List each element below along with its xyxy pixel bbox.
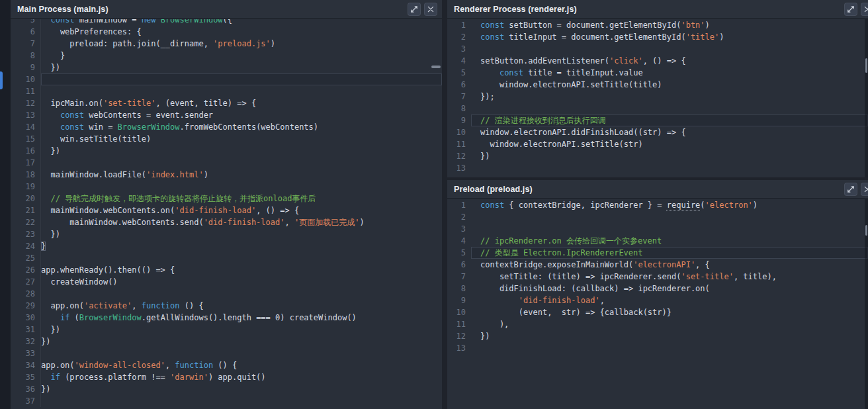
code-line[interactable]: 15 win.setTitle(title) xyxy=(11,133,442,145)
close-button[interactable] xyxy=(861,3,868,16)
code-line[interactable]: 35 if (process.platform !== 'darwin') ap… xyxy=(11,371,442,383)
code-line[interactable]: 27 createWindow() xyxy=(11,276,442,288)
code-line[interactable]: 7 setTitle: (title) => ipcRenderer.send(… xyxy=(447,271,868,283)
line-number: 12 xyxy=(447,330,471,342)
code-line[interactable]: 12 ipcMain.on('set-title', (event, title… xyxy=(11,97,442,109)
code-line-text xyxy=(471,43,868,55)
code-line[interactable]: 30 if (BrowserWindow.getAllWindows().len… xyxy=(11,312,442,324)
code-line-text: app.on('activate', function () { xyxy=(41,300,442,312)
code-line-text xyxy=(41,395,442,407)
code-line[interactable]: 24} xyxy=(11,240,442,252)
code-line[interactable]: 11 ), xyxy=(447,318,868,330)
code-line[interactable]: 4setButton.addEventListener('click', () … xyxy=(447,55,868,67)
code-line[interactable]: 7 preload: path.join(__dirname, 'preload… xyxy=(11,38,442,50)
code-line[interactable]: 19 xyxy=(11,181,442,193)
code-line[interactable]: 1const { contextBridge, ipcRenderer } = … xyxy=(447,199,868,211)
code-line-text xyxy=(471,162,868,174)
code-line-text: const mainWindow = new BrowserWindow({ xyxy=(41,19,442,26)
scrollbar-thumb[interactable] xyxy=(865,58,867,73)
window-controls xyxy=(844,183,868,196)
code-line[interactable]: 5// 类型是 Electron.IpcRendererEvent xyxy=(447,247,868,259)
code-line[interactable]: 33 xyxy=(11,347,442,359)
line-number: 17 xyxy=(11,157,41,169)
line-number: 28 xyxy=(11,288,41,300)
code-editor-renderer[interactable]: 1const setButton = document.getElementBy… xyxy=(447,19,868,177)
line-number: 34 xyxy=(11,359,41,371)
code-line[interactable]: 12}) xyxy=(447,150,868,162)
scrollbar-track[interactable] xyxy=(865,19,868,177)
expand-button[interactable] xyxy=(844,183,857,196)
code-editor-main[interactable]: 5 const mainWindow = new BrowserWindow({… xyxy=(11,19,442,409)
code-line[interactable]: 14 const win = BrowserWindow.fromWebCont… xyxy=(11,121,442,133)
code-line[interactable]: 4// ipcRenderer.on 会传给回调一个实参event xyxy=(447,235,868,247)
expand-button[interactable] xyxy=(408,3,421,16)
code-line[interactable]: 6 window.electronAPI.setTitle(title) xyxy=(447,79,868,91)
code-line[interactable]: 10 xyxy=(11,73,442,85)
code-line[interactable]: 6 webPreferences: { xyxy=(11,26,442,38)
code-line[interactable]: 17 xyxy=(11,157,442,169)
code-line[interactable]: 13 xyxy=(447,342,868,354)
code-line[interactable]: 1const setButton = document.getElementBy… xyxy=(447,19,868,31)
code-line[interactable]: 20 // 导航完成时触发，即选项卡的旋转器将停止旋转，并指派onload事件后 xyxy=(11,193,442,204)
code-line[interactable]: 9 'did-finish-load', xyxy=(447,295,868,306)
line-number: 2 xyxy=(447,31,471,43)
scrollbar-thumb[interactable] xyxy=(431,66,441,68)
code-line-text xyxy=(41,181,442,193)
code-line[interactable]: 21 mainWindow.webContents.on('did-finish… xyxy=(11,204,442,216)
code-line[interactable]: 10 (event, str) => {callback(str)} xyxy=(447,306,868,318)
code-line[interactable]: 5 const title = titleInput.value xyxy=(447,67,868,79)
code-line[interactable]: 6contextBridge.exposeInMainWorld('electr… xyxy=(447,259,868,271)
code-editor-preload[interactable]: 1const { contextBridge, ipcRenderer } = … xyxy=(447,199,868,409)
code-line[interactable]: 8 xyxy=(447,103,868,114)
code-line[interactable]: 8 } xyxy=(11,50,442,62)
scrollbar-thumb[interactable] xyxy=(865,225,867,236)
code-line[interactable]: 12}) xyxy=(447,330,868,342)
code-line[interactable]: 13 xyxy=(447,162,868,174)
code-line-text: mainWindow.loadFile('index.html') xyxy=(41,169,442,181)
close-button[interactable] xyxy=(424,3,437,16)
line-number: 9 xyxy=(11,62,41,73)
code-line[interactable]: 9 }) xyxy=(11,62,442,73)
code-line[interactable]: 18 mainWindow.loadFile('index.html') xyxy=(11,169,442,181)
code-line[interactable]: 37 xyxy=(11,395,442,407)
code-line-text: // 类型是 Electron.IpcRendererEvent xyxy=(471,247,868,259)
code-line-text: }) xyxy=(471,150,868,162)
code-line[interactable]: 23 }) xyxy=(11,228,442,240)
code-line[interactable]: 34app.on('window-all-closed', function (… xyxy=(11,359,442,371)
close-button[interactable] xyxy=(861,183,868,196)
code-line[interactable]: 26app.whenReady().then(() => { xyxy=(11,264,442,276)
code-line[interactable]: 3 xyxy=(447,43,868,55)
code-line[interactable]: 3 xyxy=(447,223,868,235)
line-number: 21 xyxy=(11,204,41,216)
code-line-text: const setButton = document.getElementByI… xyxy=(471,19,868,31)
code-line[interactable]: 7}); xyxy=(447,91,868,103)
code-line[interactable]: 13 const webContents = event.sender xyxy=(11,109,442,121)
code-line-text: }) xyxy=(41,145,442,157)
code-line[interactable]: 22 mainWindow.webContents.send('did-fini… xyxy=(11,216,442,228)
code-line-text: createWindow() xyxy=(41,276,442,288)
code-line-text: contextBridge.exposeInMainWorld('electro… xyxy=(471,259,868,271)
code-line-text: 'did-finish-load', xyxy=(471,295,868,306)
code-line[interactable]: 28 xyxy=(11,288,442,300)
line-number: 5 xyxy=(447,247,471,259)
code-line-text xyxy=(471,223,868,235)
code-line[interactable]: 10window.electronAPI.didFinishLoad((str)… xyxy=(447,126,868,138)
code-line[interactable]: 32}) xyxy=(11,336,442,347)
code-line[interactable]: 9// 渲染进程接收到消息后执行回调 xyxy=(447,114,868,126)
expand-button[interactable] xyxy=(844,3,857,16)
code-line[interactable]: 2const titleInput = document.getElementB… xyxy=(447,31,868,43)
code-line[interactable]: 11 xyxy=(11,85,442,97)
code-line[interactable]: 31 }) xyxy=(11,324,442,336)
code-line[interactable]: 11 window.electronAPI.setTitle(str) xyxy=(447,138,868,150)
line-number: 16 xyxy=(11,145,41,157)
code-line[interactable]: 29 app.on('activate', function () { xyxy=(11,300,442,312)
code-line-text xyxy=(41,288,442,300)
code-line[interactable]: 16 }) xyxy=(11,145,442,157)
line-number: 36 xyxy=(11,383,41,395)
code-line[interactable]: 25 xyxy=(11,252,442,264)
code-line[interactable]: 8 didFinishLoad: (callback) => ipcRender… xyxy=(447,283,868,295)
code-line[interactable]: 36}) xyxy=(11,383,442,395)
line-number: 8 xyxy=(447,103,471,114)
code-line[interactable]: 5 const mainWindow = new BrowserWindow({ xyxy=(11,19,442,26)
code-line[interactable]: 2 xyxy=(447,211,868,223)
